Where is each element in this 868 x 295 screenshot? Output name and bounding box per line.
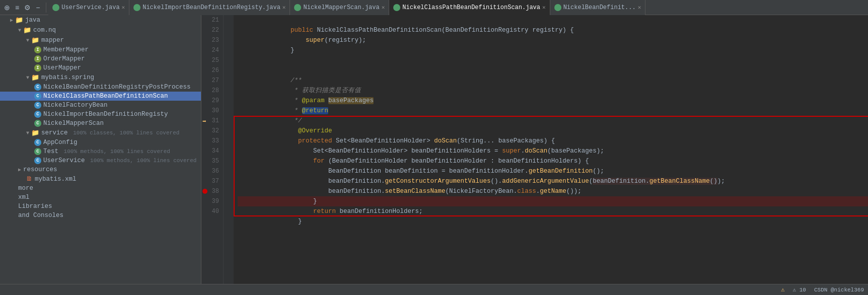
class-icon: C xyxy=(34,139,41,146)
line-num-26: 26 xyxy=(201,65,219,76)
class-icon: C xyxy=(34,84,41,91)
sidebar-item-mybatisxml[interactable]: 🗎 mybatis.xml xyxy=(0,174,201,184)
line-num-31: 31 ➡ xyxy=(201,116,219,126)
class-icon: C xyxy=(34,157,41,164)
sidebar-label-nickelimport: NickelImportBeanDefinitionRegisty xyxy=(43,111,168,118)
coverage-text-test: 100% methods, 100% lines covered xyxy=(60,149,170,155)
line-num-35: 35 xyxy=(201,156,219,166)
sidebar-item-nickelclasspath[interactable]: C NickelClassPathBeanDefinitionScan xyxy=(0,92,201,101)
project-sidebar[interactable]: ▶ 📁 java ▼ 📁 com.nq ▼ 📁 mapper I MemberM… xyxy=(0,15,201,284)
tab-userservice[interactable]: UserService.java ✕ xyxy=(48,0,129,15)
sidebar-label-comnq: com.nq xyxy=(33,27,56,34)
sidebar-item-ordermapper[interactable]: I OrderMapper xyxy=(0,54,201,63)
line-num-39: 39 xyxy=(201,196,219,206)
line-num-27: 27 xyxy=(201,76,219,86)
sidebar-label-resources: resources xyxy=(23,166,57,173)
line-num-28: 28 xyxy=(201,86,219,96)
sidebar-label-mybatisxml: mybatis.xml xyxy=(35,176,77,183)
sidebar-label-mapper: mapper xyxy=(41,37,64,44)
tab-bar: ⊕ ≡ ⚙ − UserService.java ✕ NickelImportB… xyxy=(0,0,868,15)
code-lines: public NickelClassPathBeanDefinitionScan… xyxy=(234,15,868,284)
sidebar-label-userservice: UserService xyxy=(43,157,85,164)
sidebar-label-ordermapper: OrderMapper xyxy=(43,55,85,62)
sidebar-item-resources[interactable]: ▶ resources xyxy=(0,165,201,174)
tab-nickelclass[interactable]: NickelClassPathBeanDefinitionScan.java ✕ xyxy=(389,0,550,15)
interface-icon: I xyxy=(34,46,41,53)
warning-count: ⚠ 10 xyxy=(793,286,806,293)
sidebar-item-test[interactable]: C Test 100% methods, 100% lines covered xyxy=(0,147,201,156)
line-num-24: 24 xyxy=(201,45,219,55)
sidebar-item-java[interactable]: ▶ 📁 java xyxy=(0,15,201,25)
line-num-29: 29 xyxy=(201,96,219,106)
sidebar-label-usermapper: UserMapper xyxy=(43,64,81,71)
code-line-26a: /** xyxy=(238,65,868,76)
sidebar-item-nickelimport[interactable]: C NickelImportBeanDefinitionRegisty xyxy=(0,110,201,119)
arrow-icon: ▼ xyxy=(18,28,21,33)
sidebar-item-appconfig[interactable]: C AppConfig xyxy=(0,138,201,147)
sidebar-item-nickelmapper[interactable]: C NickelMapperScan xyxy=(0,119,201,128)
class-icon: C xyxy=(34,120,41,127)
status-right: CSDN @nickel369 xyxy=(814,287,864,293)
line-num-21: 21 xyxy=(201,15,219,25)
gutter xyxy=(224,15,234,284)
sidebar-item-libraries[interactable]: Libraries xyxy=(0,202,201,211)
structure-button[interactable]: ≡ xyxy=(13,3,21,13)
class-icon: C xyxy=(34,111,41,118)
sidebar-label-nickelclasspath: NickelClassPathBeanDefinitionScan xyxy=(43,93,168,100)
code-line-30: @Override xyxy=(238,116,868,126)
class-icon: C xyxy=(34,102,41,109)
warning-icon: ⚠ xyxy=(781,286,784,293)
sidebar-label-appconfig: AppConfig xyxy=(43,139,78,146)
sidebar-item-userservice[interactable]: C UserService 100% methods, 100% lines c… xyxy=(0,156,201,165)
tab-nickelimport[interactable]: NickelImportBeanDefinitionRegisty.java ✕ xyxy=(129,0,290,15)
sidebar-label-nickelbeandef: NickelBeanDefinitionRegistryPostProcess xyxy=(43,84,191,91)
tab-close-nickelclass[interactable]: ✕ xyxy=(542,4,546,11)
folder-icon: 📁 xyxy=(31,36,39,44)
sidebar-item-usermapper[interactable]: I UserMapper xyxy=(0,63,201,72)
arrow-icon: ▶ xyxy=(10,17,13,23)
code-line-26b: * 获取扫描类是否有值 xyxy=(238,76,868,86)
sidebar-label-nickelfactory: NickelFactoryBean xyxy=(43,102,108,109)
test-icon: C xyxy=(34,148,41,155)
sidebar-label-java: java xyxy=(25,17,40,24)
sidebar-item-nickelfactory[interactable]: C NickelFactoryBean xyxy=(0,101,201,110)
sidebar-item-more[interactable]: more xyxy=(0,184,201,193)
tab-icon-userservice xyxy=(52,4,59,11)
code-line-21: public NickelClassPathBeanDefinitionScan… xyxy=(238,15,868,25)
code-line-31: protected Set<BeanDefinitionHolder> doSc… xyxy=(238,126,868,136)
code-line-40 xyxy=(238,216,868,227)
line-num-40: 40 xyxy=(201,206,219,216)
recent-files-button[interactable]: ⊕ xyxy=(2,3,12,13)
line-num-37: 37 xyxy=(201,176,219,186)
settings-button[interactable]: ⚙ xyxy=(22,3,33,13)
sidebar-label-xml: xml xyxy=(18,194,30,201)
tab-close-userservice[interactable]: ✕ xyxy=(122,4,125,11)
sidebar-item-service[interactable]: ▼ 📁 service 100% classes, 100% lines cov… xyxy=(0,128,201,138)
sidebar-item-xml[interactable]: xml xyxy=(0,193,201,202)
tab-close-nickelmapper[interactable]: ✕ xyxy=(382,4,385,11)
xml-icon: 🗎 xyxy=(26,175,33,183)
class-icon: C xyxy=(34,93,41,100)
tab-nickelbean[interactable]: NickelBeanDefinit... ✕ xyxy=(550,0,646,15)
sidebar-item-membermapper[interactable]: I MemberMapper xyxy=(0,45,201,54)
tab-icon-nickelmapper xyxy=(294,4,301,11)
sidebar-item-comnq[interactable]: ▼ 📁 com.nq xyxy=(0,25,201,35)
sidebar-item-mapper[interactable]: ▼ 📁 mapper xyxy=(0,35,201,45)
sidebar-label-test: Test xyxy=(43,148,58,155)
line-num-30: 30 xyxy=(201,106,219,116)
minimize-button[interactable]: − xyxy=(34,3,42,13)
line-num-33: 33 xyxy=(201,136,219,146)
tab-nickelmapper[interactable]: NickelMapperScan.java ✕ xyxy=(290,0,389,15)
folder-icon: 📁 xyxy=(31,73,39,82)
status-bar: ⚠ ⚠ 10 CSDN @nickel369 xyxy=(0,284,868,295)
line-num-25: 25 xyxy=(201,55,219,65)
code-editor[interactable]: 21 22 23 24 25 26 27 28 29 30 31 ➡ 32 33… xyxy=(201,15,868,284)
folder-icon: 📁 xyxy=(23,26,31,34)
tab-close-nickelimport[interactable]: ✕ xyxy=(282,4,286,11)
sidebar-item-mybatisspring[interactable]: ▼ 📁 mybatis.spring xyxy=(0,72,201,83)
sidebar-item-consoles[interactable]: and Consoles xyxy=(0,211,201,220)
tab-close-nickelbean[interactable]: ✕ xyxy=(638,4,641,11)
sidebar-item-nickelbeandef[interactable]: C NickelBeanDefinitionRegistryPostProces… xyxy=(0,83,201,92)
arrow-icon: ▼ xyxy=(26,75,29,81)
tab-icon-nickelbean xyxy=(554,4,561,11)
